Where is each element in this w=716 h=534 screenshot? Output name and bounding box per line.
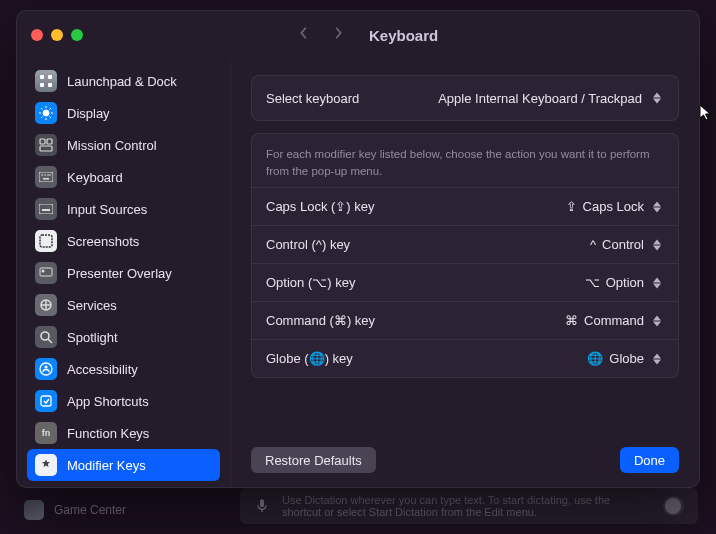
svg-point-17 <box>41 174 43 176</box>
sidebar-item-screenshots[interactable]: Screenshots <box>27 225 220 257</box>
spotlight-icon <box>35 326 57 348</box>
modifier-label: Globe (🌐) key <box>266 351 353 366</box>
svg-rect-16 <box>39 172 53 182</box>
sidebar-item-label: Services <box>67 298 117 313</box>
modifier-label: Command (⌘) key <box>266 313 375 328</box>
svg-rect-2 <box>40 83 44 87</box>
modifier-row-caps-lock[interactable]: Caps Lock (⇪) key⇪Caps Lock <box>252 188 678 225</box>
screenshots-icon <box>35 230 57 252</box>
zoom-window-button[interactable] <box>71 29 83 41</box>
sidebar-item-label: Screenshots <box>67 234 139 249</box>
settings-modal: Keyboard Launchpad & DockDisplayMission … <box>16 10 700 488</box>
launchpad-dock-icon <box>35 70 57 92</box>
sidebar-item-mission-control[interactable]: Mission Control <box>27 129 220 161</box>
svg-marker-42 <box>653 321 661 326</box>
sidebar-item-launchpad-dock[interactable]: Launchpad & Dock <box>27 65 220 97</box>
svg-rect-14 <box>47 139 52 144</box>
sidebar-item-label: Keyboard <box>67 170 123 185</box>
svg-point-4 <box>43 110 49 116</box>
svg-line-12 <box>41 117 43 119</box>
svg-marker-44 <box>653 359 661 364</box>
sidebar-item-label: Modifier Keys <box>67 458 146 473</box>
sidebar-item-input-sources[interactable]: Input Sources <box>27 193 220 225</box>
sidebar-item-app-shortcuts[interactable]: App Shortcuts <box>27 385 220 417</box>
modifier-row-globe[interactable]: Globe (🌐) key🌐Globe <box>252 340 678 377</box>
modifier-value: ⌘Command <box>565 313 664 329</box>
microphone-icon <box>254 494 270 518</box>
dictation-toggle[interactable] <box>663 496 684 516</box>
svg-line-9 <box>41 108 43 110</box>
svg-rect-23 <box>42 209 50 211</box>
sidebar-item-label: Mission Control <box>67 138 157 153</box>
titlebar: Keyboard <box>17 11 699 59</box>
dictation-row-bg: Use Dictation wherever you can type text… <box>240 488 698 524</box>
sidebar-item-label: App Shortcuts <box>67 394 149 409</box>
updown-icon <box>650 237 664 253</box>
modifier-row-control[interactable]: Control (^) key^Control <box>252 226 678 263</box>
traffic-lights <box>31 29 83 41</box>
svg-marker-38 <box>653 245 661 250</box>
sidebar-item-display[interactable]: Display <box>27 97 220 129</box>
minimize-window-button[interactable] <box>51 29 63 41</box>
input-sources-icon <box>35 198 57 220</box>
sidebar-item-spotlight[interactable]: Spotlight <box>27 321 220 353</box>
keyboard-icon <box>35 166 57 188</box>
svg-point-26 <box>42 270 45 273</box>
sidebar: Launchpad & DockDisplayMission ControlKe… <box>17 59 231 487</box>
svg-rect-0 <box>40 75 44 79</box>
sidebar-item-label: Presenter Overlay <box>67 266 172 281</box>
sidebar-item-services[interactable]: Services <box>27 289 220 321</box>
modifiers-panel: For each modifier key listed below, choo… <box>251 133 679 378</box>
sidebar-item-label: Launchpad & Dock <box>67 74 177 89</box>
modifier-row-command[interactable]: Command (⌘) key⌘Command <box>252 302 678 339</box>
svg-marker-34 <box>653 99 661 104</box>
svg-rect-21 <box>43 178 49 180</box>
svg-marker-43 <box>653 353 661 358</box>
svg-point-31 <box>44 365 47 368</box>
svg-marker-37 <box>653 239 661 244</box>
updown-icon <box>650 275 664 291</box>
modifier-value: ^Control <box>590 237 664 253</box>
updown-icon <box>650 313 664 329</box>
restore-defaults-button[interactable]: Restore Defaults <box>251 447 376 473</box>
svg-marker-36 <box>653 207 661 212</box>
done-button[interactable]: Done <box>620 447 679 473</box>
mission-control-icon <box>35 134 57 156</box>
updown-icon <box>650 90 664 106</box>
modifier-label: Caps Lock (⇪) key <box>266 199 375 214</box>
svg-marker-35 <box>653 201 661 206</box>
svg-line-11 <box>50 108 52 110</box>
game-center-label: Game Center <box>54 503 126 517</box>
nav-forward-button[interactable] <box>331 26 345 44</box>
modifier-row-option[interactable]: Option (⌥) key⌥Option <box>252 264 678 301</box>
modifier-label: Control (^) key <box>266 237 350 252</box>
svg-marker-40 <box>653 283 661 288</box>
close-window-button[interactable] <box>31 29 43 41</box>
svg-point-19 <box>47 174 49 176</box>
svg-marker-39 <box>653 277 661 282</box>
sidebar-item-label: Input Sources <box>67 202 147 217</box>
select-keyboard-panel: Select keyboard Apple Internal Keyboard … <box>251 75 679 121</box>
svg-marker-33 <box>653 93 661 98</box>
svg-point-28 <box>41 332 49 340</box>
helper-text: For each modifier key listed below, choo… <box>252 134 678 187</box>
svg-point-18 <box>44 174 46 176</box>
game-center-row-bg: Game Center <box>24 500 126 520</box>
svg-rect-15 <box>40 146 52 151</box>
sidebar-item-function-keys[interactable]: fnFunction Keys <box>27 417 220 449</box>
sidebar-item-modifier-keys[interactable]: Modifier Keys <box>27 449 220 481</box>
svg-rect-13 <box>40 139 45 144</box>
nav-back-button[interactable] <box>297 26 311 44</box>
sidebar-item-accessibility[interactable]: Accessibility <box>27 353 220 385</box>
modifier-value: ⌥Option <box>585 275 664 291</box>
sidebar-item-label: Function Keys <box>67 426 149 441</box>
sidebar-item-keyboard[interactable]: Keyboard <box>27 161 220 193</box>
game-center-icon <box>24 500 44 520</box>
svg-marker-41 <box>653 315 661 320</box>
select-keyboard-row[interactable]: Select keyboard Apple Internal Keyboard … <box>252 76 678 120</box>
svg-rect-1 <box>48 75 52 79</box>
svg-rect-25 <box>40 268 52 276</box>
modifier-keys-icon <box>35 454 57 476</box>
sidebar-item-label: Accessibility <box>67 362 138 377</box>
sidebar-item-presenter-overlay[interactable]: Presenter Overlay <box>27 257 220 289</box>
